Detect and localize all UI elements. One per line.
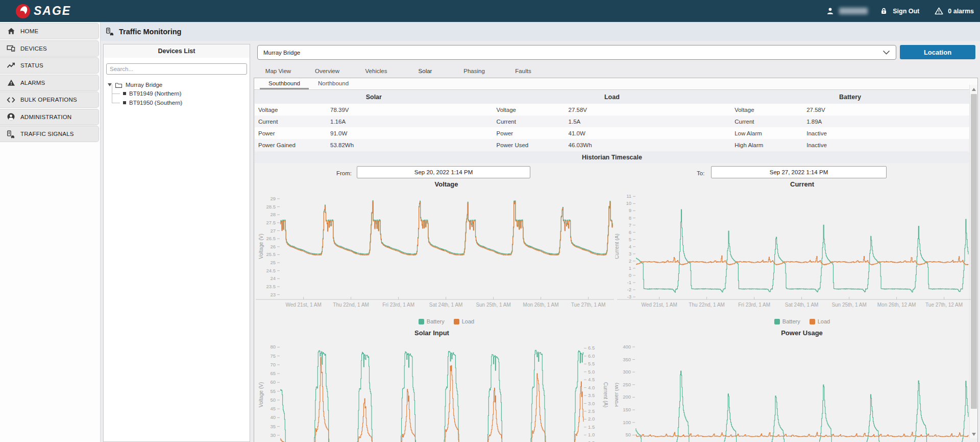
devices-list-title: Devices List — [104, 44, 250, 58]
stat-solar-power: Power91.0W — [255, 127, 493, 139]
svg-text:Voltage (V): Voltage (V) — [258, 382, 264, 407]
svg-text:Mon 26th, 1 AM: Mon 26th, 1 AM — [523, 302, 559, 308]
svg-text:1: 1 — [629, 265, 631, 271]
svg-text:5.0: 5.0 — [588, 369, 595, 375]
svg-text:100: 100 — [623, 420, 631, 425]
stat-label: Current — [731, 119, 806, 125]
sign-out-button[interactable]: Sign Out — [893, 8, 919, 15]
chart-title: Power Usage — [615, 329, 972, 338]
svg-text:9: 9 — [629, 207, 631, 213]
to-datetime-input[interactable]: Sep 27, 2022 1:14 PM — [711, 166, 887, 178]
stat-value: Inactive — [806, 130, 827, 136]
subtab-southbound[interactable]: Southbound — [260, 78, 309, 89]
svg-text:3.0: 3.0 — [588, 401, 595, 406]
svg-text:50: 50 — [270, 397, 276, 403]
svg-text:35: 35 — [270, 424, 276, 429]
legend-item-battery: Battery — [774, 318, 800, 324]
alarms-count[interactable]: 0 alarms — [948, 8, 974, 15]
tab-vehicles[interactable]: Vehicles — [352, 66, 401, 78]
sidebar-item-traffic-signals[interactable]: TRAFFIC SIGNALS — [0, 126, 99, 142]
svg-text:5: 5 — [629, 237, 631, 242]
sidebar-item-devices[interactable]: DEVICES — [0, 40, 99, 57]
chart-title: Current — [615, 180, 972, 189]
stat-label: Power — [493, 130, 569, 136]
stats-header-row: SolarLoadBattery — [255, 90, 969, 104]
tree-node-label: Murray Bridge — [126, 82, 162, 88]
location-dropdown-value: Murray Bridge — [263, 50, 300, 56]
stat-value: 1.5A — [569, 119, 581, 125]
sidebar-item-administration[interactable]: ADMINISTRATION — [0, 109, 99, 125]
sidebar-item-home[interactable]: HOME — [0, 23, 99, 39]
tab-solar[interactable]: Solar — [401, 66, 450, 78]
sidebar-item-status[interactable]: STATUS — [0, 57, 99, 74]
chevron-down-icon — [883, 50, 890, 56]
svg-text:60: 60 — [270, 379, 276, 385]
svg-text:300: 300 — [623, 369, 631, 375]
sidebar-item-label: TRAFFIC SIGNALS — [20, 131, 74, 137]
tab-phasing[interactable]: Phasing — [450, 66, 499, 78]
svg-text:50: 50 — [625, 432, 631, 437]
svg-text:30: 30 — [270, 432, 276, 438]
tree-collapse-icon[interactable] — [108, 83, 112, 86]
chart-plot: 253035404550556065707580Voltage (V)0.51.… — [254, 338, 615, 442]
sidebar-item-alarms[interactable]: ALARMS — [0, 75, 99, 91]
tree-node-label: BT91949 (Northern) — [129, 90, 181, 97]
stats-column-title-battery: Battery — [731, 90, 969, 104]
tab-faults[interactable]: Faults — [499, 66, 548, 78]
sidebar-item-label: DEVICES — [20, 45, 47, 52]
page-title: Traffic Monitoring — [119, 28, 181, 36]
stat-value: 27.58V — [806, 107, 825, 113]
svg-text:Sun 25th, 1 AM: Sun 25th, 1 AM — [831, 302, 866, 308]
svg-text:25.5: 25.5 — [266, 251, 276, 257]
search-input[interactable] — [106, 63, 247, 75]
svg-text:70: 70 — [270, 362, 276, 367]
svg-text:7: 7 — [629, 222, 631, 228]
tree-node-murray-bridge[interactable]: Murray Bridge — [104, 81, 250, 89]
svg-text:0.5: 0.5 — [588, 440, 595, 442]
stat-solar-current: Current1.16A — [255, 115, 493, 127]
sidebar-item-bulk-operations[interactable]: BULK OPERATIONS — [0, 91, 99, 108]
devices-panel: Devices List Murray Bridge BT91949 (Nort… — [103, 44, 250, 442]
svg-text:Fri 23rd, 1 AM: Fri 23rd, 1 AM — [738, 302, 770, 308]
location-dropdown[interactable]: Murray Bridge — [257, 45, 896, 60]
sidebar-item-label: BULK OPERATIONS — [20, 97, 77, 103]
svg-text:26.5: 26.5 — [266, 236, 276, 241]
stat-load-current: Current1.5A — [493, 115, 731, 127]
tree-node-bt91949-northern-[interactable]: BT91949 (Northern) — [104, 89, 250, 98]
status-icon — [7, 61, 15, 70]
stat-battery-voltage: Voltage27.58V — [731, 104, 969, 115]
tree-node-bt91950-southern-[interactable]: BT91950 (Southern) — [104, 98, 250, 107]
svg-text:Thu 22nd, 1 AM: Thu 22nd, 1 AM — [689, 302, 725, 308]
svg-text:150: 150 — [623, 407, 631, 412]
svg-text:6.5: 6.5 — [588, 345, 595, 351]
stat-value: Inactive — [806, 142, 827, 148]
tab-overview[interactable]: Overview — [303, 66, 352, 78]
location-button[interactable]: Location — [900, 45, 975, 59]
svg-text:28.5: 28.5 — [266, 204, 276, 210]
brand-logo[interactable]: SAGE — [16, 4, 71, 18]
chart-voltage: Voltage2323.52424.52525.52626.52727.5282… — [254, 180, 615, 324]
svg-text:45: 45 — [270, 406, 276, 411]
chart-power-usage: Power Usage50100150200250300350400Power … — [615, 329, 972, 442]
chart-title: Solar Input — [254, 329, 615, 338]
svg-text:27: 27 — [270, 228, 276, 234]
svg-text:10: 10 — [626, 200, 631, 206]
chart-current: Current-3-2-101234567891011Current (A)We… — [615, 180, 972, 324]
svg-text:-1: -1 — [627, 280, 631, 285]
username-masked — [839, 8, 868, 14]
svg-text:Tue 27th, 1 AM: Tue 27th, 1 AM — [571, 302, 605, 308]
from-datetime-input[interactable]: Sep 20, 2022 1:14 PM — [357, 166, 530, 178]
svg-text:55: 55 — [270, 388, 276, 394]
legend-item-load: Load — [454, 318, 474, 324]
svg-text:27.5: 27.5 — [266, 220, 276, 225]
stat-battery-current: Current1.89A — [731, 115, 969, 127]
tab-map-view[interactable]: Map View — [254, 66, 303, 78]
devices-tree: Murray Bridge BT91949 (Northern)BT91950 … — [104, 81, 250, 107]
app-root: SAGE Sign Out 0 alarms HOMEDEVICESSTATUS… — [0, 0, 980, 442]
svg-text:400: 400 — [623, 344, 631, 350]
stat-load-voltage: Voltage27.58V — [493, 104, 731, 115]
scroll-up-arrow-icon[interactable] — [970, 85, 978, 93]
subtab-northbound[interactable]: Northbound — [309, 78, 358, 89]
bulk-operations-icon — [7, 96, 15, 104]
to-label: To: — [697, 170, 704, 176]
